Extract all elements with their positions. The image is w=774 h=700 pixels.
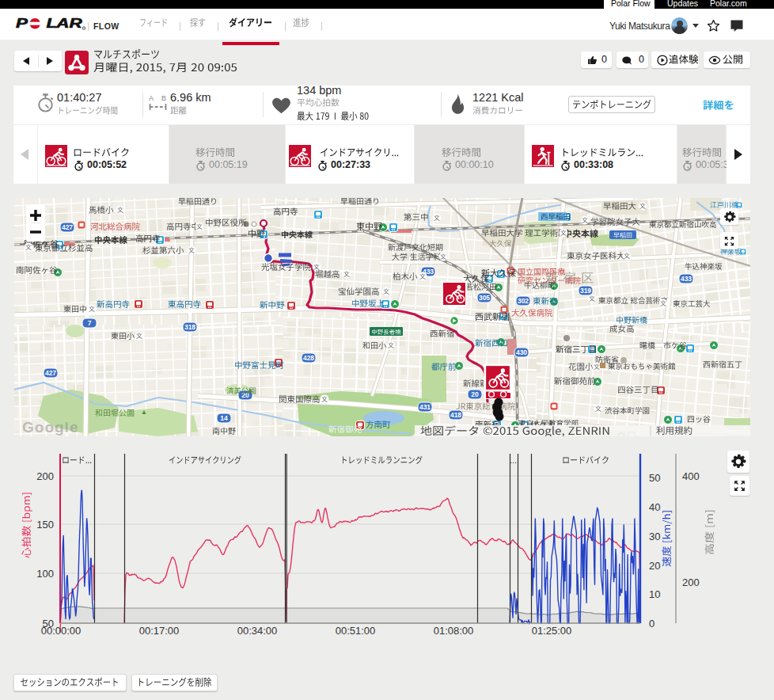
svg-text:319: 319 [580,287,591,295]
svg-text:00:51:00: 00:51:00 [336,625,376,637]
svg-text:A: A [149,94,154,102]
svg-text:10: 10 [649,588,660,600]
svg-text:100: 100 [36,568,54,580]
svg-text:20: 20 [241,391,249,399]
svg-text:50: 50 [649,472,660,484]
svg-text:318: 318 [184,323,195,331]
svg-text:0: 0 [649,618,654,630]
svg-text:20: 20 [649,560,660,572]
svg-text:A: A [55,16,69,30]
svg-text:150: 150 [36,519,54,531]
svg-text:L: L [47,16,58,30]
svg-text:305: 305 [479,294,490,302]
svg-text:30: 30 [649,531,660,542]
svg-text:433: 433 [681,275,692,283]
svg-text:400: 400 [682,470,700,482]
svg-text:431: 431 [419,403,431,411]
svg-text:01:25:00: 01:25:00 [532,625,572,637]
svg-text:00:34:00: 00:34:00 [237,625,278,637]
svg-text:B: B [161,94,166,102]
svg-text:01:08:00: 01:08:00 [434,625,474,637]
svg-text:R: R [69,16,82,30]
svg-text:302: 302 [518,297,529,305]
svg-text:20: 20 [471,390,479,398]
svg-text:P: P [16,16,28,30]
svg-text:14: 14 [220,414,228,422]
svg-text:00:00:00: 00:00:00 [41,625,82,637]
svg-text:418: 418 [450,411,461,419]
svg-text:...: ... [510,455,517,465]
svg-text:200: 200 [682,576,700,588]
svg-text:428: 428 [303,354,314,362]
svg-text:7: 7 [88,319,92,327]
svg-text:Google: Google [22,419,78,436]
svg-text:200: 200 [36,470,54,482]
svg-text:00:17:00: 00:17:00 [139,625,180,637]
svg-text:427: 427 [62,223,73,231]
svg-text:430: 430 [516,348,527,356]
svg-text:40: 40 [649,501,660,513]
svg-text:427: 427 [45,369,56,377]
